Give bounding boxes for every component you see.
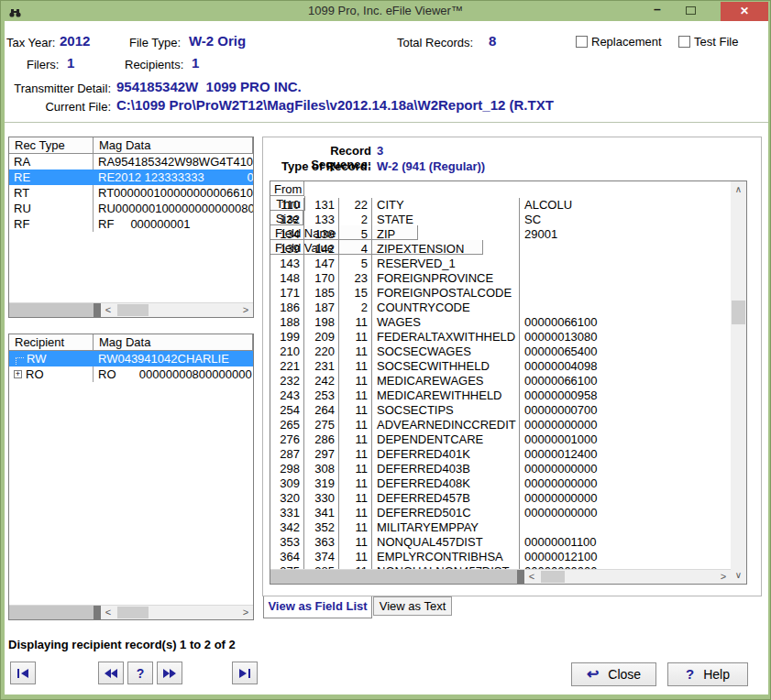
table-row[interactable]: 30931911DEFERRED408K00000000000 [270, 476, 732, 491]
table-row[interactable]: 28729711DEFERRED401K00000012400 [270, 447, 732, 462]
splitter-handle[interactable] [94, 606, 101, 619]
table-row[interactable]: 1391424ZIPEXTENSION [270, 242, 732, 257]
table-row[interactable]: 11013122CITYALCOLU [270, 198, 732, 213]
question-icon: ? [686, 668, 694, 681]
title-bar: 1099 Pro, Inc. eFile Viewer™ – ✕ [1, 1, 770, 21]
table-row[interactable]: 23224211MEDICAREWAGES00000066100 [270, 374, 732, 388]
status-text: Displaying recipient record(s) 1 to 2 of… [8, 638, 236, 651]
first-record-button[interactable] [10, 662, 36, 684]
table-row[interactable]: 32033011DEFERRED457B00000000000 [270, 491, 732, 506]
table-row[interactable]: 18819811WAGES00000066100 [270, 315, 732, 330]
cell-field-name: DEFERRED501C [372, 506, 520, 520]
table-row[interactable]: 1321332STATESC [270, 213, 732, 227]
table-row[interactable]: 35336311NONQUAL457DIST00000001100 [270, 535, 732, 550]
column-header-rec-type[interactable]: Rec Type [9, 137, 94, 154]
table-row[interactable]: 17118515FOREIGNPOSTALCODE [270, 286, 732, 301]
table-row[interactable]: 33134111DEFERRED501C00000000000 [270, 506, 732, 520]
scroll-down-icon[interactable]: ∨ [731, 567, 746, 584]
cell-field-value [520, 286, 732, 301]
help-button[interactable]: ? Help [667, 662, 748, 686]
cell-field-value: 00000012400 [520, 447, 732, 462]
cell-thru: 286 [304, 432, 339, 447]
cell-size: 11 [339, 315, 372, 330]
close-window-button[interactable]: ✕ [721, 2, 768, 21]
table-row[interactable]: 29830811DEFERRED403B00000000000 [270, 462, 732, 476]
cell-field-name: MEDICAREWITHHELD [372, 388, 520, 403]
cell-size: 4 [339, 242, 372, 257]
cell-from: 298 [270, 462, 304, 476]
table-row[interactable]: 1341385ZIP29001 [270, 227, 732, 242]
column-header-mag-data[interactable]: Mag Data [94, 137, 253, 154]
cell-size: 2 [339, 213, 372, 227]
table-row[interactable]: +RORO 00000000800000000 [9, 366, 253, 382]
scroll-right-icon[interactable]: > [238, 606, 253, 619]
cell-from: 243 [270, 388, 304, 403]
record-help-button[interactable]: ? [127, 662, 153, 684]
previous-record-button[interactable] [98, 662, 124, 684]
close-button[interactable]: ↩ Close [571, 662, 656, 686]
table-row[interactable]: 22123111SOCSECWITHHELD00000004098 [270, 359, 732, 374]
minimize-button[interactable]: – [644, 1, 671, 21]
splitter-handle[interactable] [517, 570, 524, 584]
hscroll-thumb[interactable] [117, 304, 149, 316]
expand-plus-icon[interactable]: + [14, 370, 22, 378]
scroll-left-icon[interactable]: < [101, 606, 116, 619]
scroll-right-icon[interactable]: > [238, 303, 253, 317]
record-sequence-value: 3 [377, 144, 383, 158]
tax-year-value: 2012 [60, 33, 90, 49]
cell-field-value: 00000000000 [520, 506, 732, 520]
table-row[interactable]: RTRT0000001000000000066100 [9, 185, 253, 201]
cell-from: 139 [270, 242, 304, 257]
cell-size: 11 [339, 374, 372, 388]
scroll-left-icon[interactable]: < [524, 570, 539, 584]
checkbox-box-icon [576, 36, 588, 48]
cell-thru: 131 [304, 198, 339, 213]
hscroll-thumb[interactable] [541, 571, 565, 583]
cell-field-name: RESERVED_1 [372, 257, 520, 271]
next-record-button[interactable] [157, 662, 182, 684]
cell-thru: 142 [304, 242, 339, 257]
scroll-right-icon[interactable]: > [716, 570, 731, 584]
table-row[interactable]: 24325311MEDICAREWITHHELD00000000958 [270, 388, 732, 403]
table-row[interactable]: 34235211MILITARYEMPPAY [270, 520, 732, 535]
table-row[interactable]: 36437411EMPLYRCONTRIBHSA00000012100 [270, 550, 732, 564]
table-row[interactable]: 14817023FOREIGNPROVINCE [270, 271, 732, 286]
tab-view-as-text[interactable]: View as Text [373, 596, 452, 616]
cell-thru: 198 [304, 315, 339, 330]
scroll-up-icon[interactable]: ∧ [731, 181, 746, 198]
cell-from: 188 [270, 315, 304, 330]
column-header-from[interactable]: From [270, 181, 304, 196]
table-row[interactable]: RERE2012 123333333 0 [9, 170, 253, 185]
table-row[interactable]: 25426411SOCSECTIPS00000000700 [270, 403, 732, 418]
column-header-recipient[interactable]: Recipient [9, 334, 94, 351]
last-record-button[interactable] [232, 662, 258, 684]
table-row[interactable]: RFRF 000000001 [9, 216, 253, 232]
cell-from: 143 [270, 257, 304, 271]
cell-thru: 231 [304, 359, 339, 374]
table-row[interactable]: 27628611DEPENDENTCARE00000001000 [270, 432, 732, 447]
tab-view-as-field-list[interactable]: View as Field List [263, 596, 372, 618]
file-type-label: File Type: [129, 36, 181, 49]
table-row[interactable]: 21022011SOCSECWAGES00000065400 [270, 345, 732, 359]
table-row[interactable]: RARA954185342W98WG4T4109 [9, 154, 253, 170]
table-row[interactable]: 1861872COUNTRYCODE [270, 301, 732, 315]
table-row[interactable]: RWRW043941042CHARLIE [9, 351, 253, 366]
cell-field-name: FOREIGNPOSTALCODE [372, 286, 520, 301]
replacement-checkbox[interactable]: Replacement [576, 35, 662, 49]
maximize-button[interactable] [677, 1, 704, 21]
splitter-handle[interactable] [94, 303, 101, 317]
cell-from: 221 [270, 359, 304, 374]
cell-field-value: 00000066100 [520, 374, 732, 388]
table-row[interactable]: RURU0000001000000000000800 [9, 201, 253, 216]
table-row[interactable]: 19920911FEDERALTAXWITHHELD00000013080 [270, 330, 732, 345]
vscroll-thumb[interactable] [732, 301, 745, 324]
return-arrow-icon: ↩ [587, 668, 599, 681]
table-row[interactable]: 26527511ADVEARNEDINCCREDIT00000000000 [270, 418, 732, 432]
cell-from: 353 [270, 535, 304, 550]
hscroll-thumb[interactable] [117, 607, 149, 618]
test-file-checkbox[interactable]: Test File [678, 35, 738, 49]
scroll-left-icon[interactable]: < [101, 303, 116, 317]
column-header-mag-data[interactable]: Mag Data [94, 334, 253, 351]
field-table-header: From Thru Size Field Name Field Value [270, 181, 483, 198]
table-row[interactable]: 1431475RESERVED_1 [270, 257, 732, 271]
